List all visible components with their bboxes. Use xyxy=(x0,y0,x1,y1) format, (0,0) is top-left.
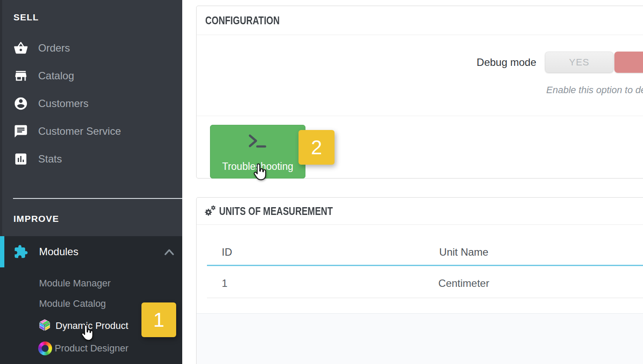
debug-switch-yes[interactable]: YES xyxy=(545,52,613,73)
step-badge-1: 1 xyxy=(141,302,176,337)
stats-icon xyxy=(13,152,28,166)
panel-footer-divider xyxy=(197,116,643,116)
debug-mode-label: Debug mode xyxy=(413,52,536,73)
sidebar-item-label: Module Catalog xyxy=(39,293,106,314)
sidebar-item-catalog[interactable]: Catalog xyxy=(0,62,182,90)
table-cell-unit-name: Centimeter xyxy=(399,276,529,291)
debug-mode-help-text: Enable this option to debug xyxy=(546,84,643,96)
sidebar-item-label: Stats xyxy=(38,145,62,173)
sidebar-divider xyxy=(13,198,182,199)
debug-switch-no[interactable]: NO xyxy=(614,52,643,73)
sidebar-section-improve: IMPROVE xyxy=(13,214,59,224)
units-title-text: UNITS OF MEASUREMENT xyxy=(219,198,333,224)
sidebar-item-label: Orders xyxy=(38,34,70,62)
basket-icon xyxy=(13,41,28,55)
hand-cursor-icon xyxy=(250,162,270,184)
color-wheel-icon xyxy=(38,341,52,355)
debug-mode-switch: YES NO xyxy=(545,52,643,73)
sidebar-item-label: Customers xyxy=(38,90,89,117)
sidebar-item-label: Module Manager xyxy=(39,273,111,294)
step-badge-2: 2 xyxy=(299,130,335,165)
sidebar-item-stats[interactable]: Stats xyxy=(0,145,182,173)
table-header-id: ID xyxy=(222,244,232,260)
sidebar-item-module-manager[interactable]: Module Manager xyxy=(0,273,182,294)
configuration-title-text: CONFIGURATION xyxy=(205,6,280,35)
sidebar-item-orders[interactable]: Orders xyxy=(0,34,182,62)
configuration-panel-title: CONFIGURATION xyxy=(197,6,643,35)
puzzle-icon xyxy=(13,244,28,259)
sidebar-item-customers[interactable]: Customers xyxy=(0,90,182,117)
units-panel-footer xyxy=(197,313,643,364)
chat-icon xyxy=(13,124,28,139)
person-circle-icon xyxy=(13,96,28,111)
hand-cursor-icon xyxy=(78,323,97,344)
modules-menu-block: Modules Module Manager Module Catalog Dy… xyxy=(0,236,182,364)
sidebar-item-label: Customer Service xyxy=(38,117,121,145)
sidebar-item-label: Catalog xyxy=(38,62,74,90)
sidebar-section-sell: SELL xyxy=(13,12,39,23)
configuration-panel: CONFIGURATION Debug mode YES NO Enable t… xyxy=(196,6,643,179)
units-of-measurement-panel: UNITS OF MEASUREMENT ID Unit Name 1 Cent… xyxy=(196,197,643,364)
table-header-unit-name: Unit Name xyxy=(399,244,529,260)
sidebar-item-customer-service[interactable]: Customer Service xyxy=(0,117,182,145)
store-icon xyxy=(13,68,28,83)
chevron-up-icon[interactable] xyxy=(164,248,174,256)
terminal-icon xyxy=(248,134,268,149)
cogs-icon xyxy=(204,205,217,218)
sidebar-item-label: Modules xyxy=(39,236,79,267)
table-header-underline xyxy=(207,265,643,266)
sidebar-item-modules[interactable]: Modules xyxy=(0,236,182,267)
table-row-divider xyxy=(207,298,643,298)
table-cell-id: 1 xyxy=(222,276,227,291)
units-panel-title: UNITS OF MEASUREMENT xyxy=(197,198,643,225)
cube-icon xyxy=(37,318,52,333)
